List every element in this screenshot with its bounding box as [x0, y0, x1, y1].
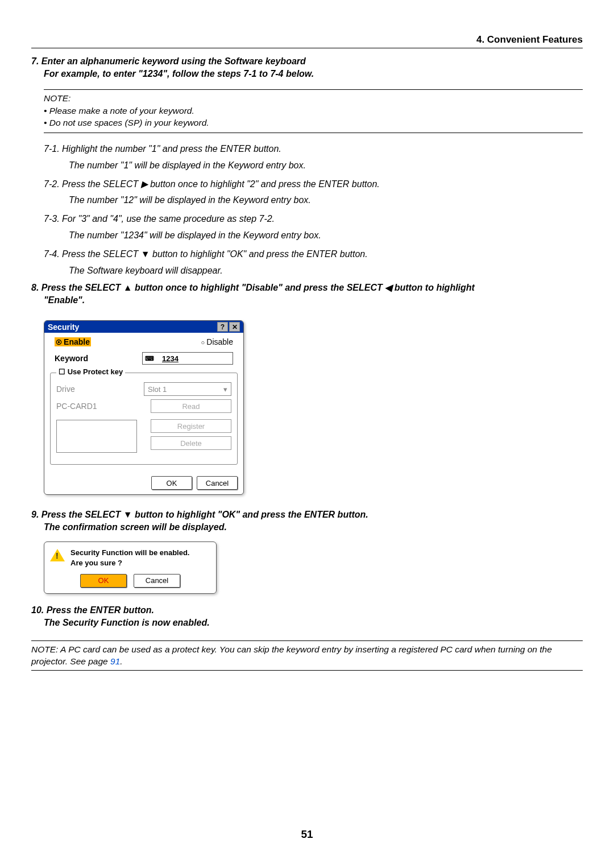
radio-disable[interactable]: Disable [201, 337, 233, 346]
chevron-down-icon: ▾ [223, 385, 227, 394]
security-titlebar: Security ? ✕ [44, 321, 243, 333]
security-dialog: Security ? ✕ Enable Disable Keyword ⌨ 12… [44, 320, 244, 495]
step-7-3-follow: The number "1234" will be displayed in t… [69, 229, 583, 243]
security-title: Security [48, 323, 79, 332]
step-7-1: 7-1. Highlight the number "1" and press … [44, 142, 583, 156]
pccard-list[interactable] [56, 420, 137, 453]
step-10-line2: The Security Function is now enabled. [44, 618, 583, 628]
delete-button[interactable]: Delete [151, 436, 231, 450]
protect-key-panel: Use Protect key Drive Slot 1 ▾ PC-CARD1 … [50, 373, 238, 465]
pccard-label: PC-CARD1 [56, 402, 97, 411]
confirm-msg-2: Are you sure ? [70, 558, 189, 568]
note-bullet-2: • Do not use spaces (SP) in your keyword… [44, 117, 583, 129]
page-link-91[interactable]: 91 [110, 656, 120, 666]
confirm-cancel-button[interactable]: Cancel [134, 574, 180, 588]
cancel-button[interactable]: Cancel [197, 476, 238, 490]
step-7-4-follow: The Software keyboard will disappear. [69, 264, 583, 278]
read-button[interactable]: Read [151, 399, 231, 413]
ok-button[interactable]: OK [151, 476, 192, 490]
step-7-3: 7-3. For "3" and "4", use the same proce… [44, 212, 583, 226]
step-7-line1: 7. Enter an alphanumeric keyword using t… [31, 56, 583, 67]
note-bullet-1: • Please make a note of your keyword. [44, 105, 583, 117]
confirm-dialog: Security Function will be enabled. Are y… [44, 542, 217, 593]
confirm-msg-1: Security Function will be enabled. [70, 548, 189, 558]
step-9-line1: 9. Press the SELECT ▼ button to highligh… [31, 510, 583, 520]
keyboard-icon: ⌨ [145, 355, 154, 362]
note-box: NOTE: • Please make a note of your keywo… [44, 89, 583, 133]
step-7-2: 7-2. Press the SELECT ▶ button once to h… [44, 177, 583, 192]
use-protect-key-checkbox[interactable]: Use Protect key [56, 367, 125, 376]
section-header: 4. Convenient Features [31, 34, 583, 48]
step-7-1-follow: The number "1" will be displayed in the … [69, 159, 583, 173]
note-label: NOTE: [44, 92, 583, 105]
drive-select[interactable]: Slot 1 ▾ [144, 382, 231, 396]
step-7-line2: For example, to enter "1234", follow the… [44, 69, 583, 79]
final-note-end: . [120, 656, 122, 666]
confirm-ok-button[interactable]: OK [80, 574, 127, 588]
step-8-line2: "Enable". [44, 295, 583, 305]
radio-enable[interactable]: Enable [55, 337, 91, 346]
step-10-line1: 10. Press the ENTER button. [31, 605, 583, 615]
final-note: NOTE: A PC card can be used as a protect… [31, 640, 583, 671]
keyword-value: 1234 [162, 354, 179, 363]
keyword-field[interactable]: ⌨ 1234 [142, 352, 233, 365]
page-number: 51 [0, 828, 614, 841]
keyword-label: Keyword [55, 354, 88, 363]
step-9-line2: The confirmation screen will be displaye… [44, 522, 583, 532]
drive-label: Drive [56, 385, 75, 394]
step-8-line1: 8. Press the SELECT ▲ button once to hig… [31, 282, 583, 293]
step-7-2-follow: The number "12" will be displayed in the… [69, 193, 583, 208]
final-note-text: NOTE: A PC card can be used as a protect… [31, 644, 552, 667]
step-7-4: 7-4. Press the SELECT ▼ button to highli… [44, 247, 583, 262]
warning-icon [50, 549, 65, 561]
help-icon[interactable]: ? [217, 322, 228, 332]
drive-value: Slot 1 [148, 385, 167, 394]
close-icon[interactable]: ✕ [229, 322, 240, 332]
register-button[interactable]: Register [151, 419, 231, 433]
